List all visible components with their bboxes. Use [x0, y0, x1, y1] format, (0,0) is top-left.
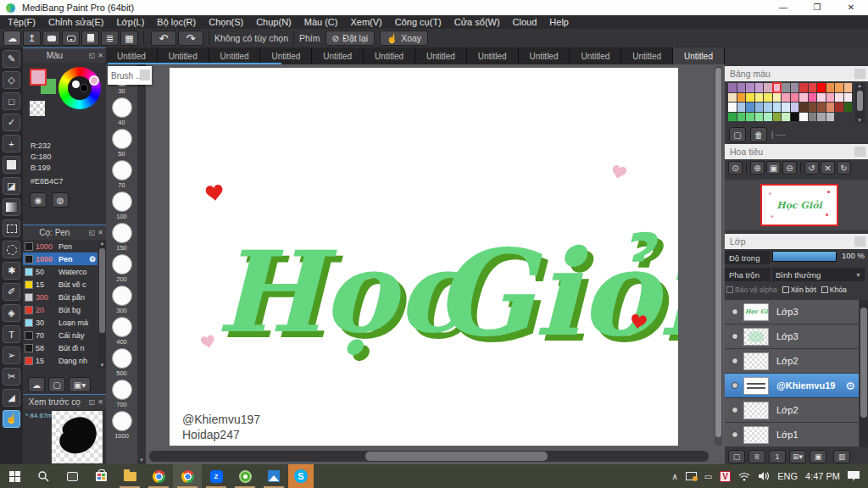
- new-layer-icon[interactable]: ▢: [728, 450, 745, 463]
- brush-size-option-300[interactable]: 300: [106, 284, 137, 315]
- speaker-icon[interactable]: [758, 471, 770, 481]
- new-palette-color-icon[interactable]: ▢: [729, 127, 746, 142]
- palette-icon[interactable]: ◉: [30, 192, 47, 208]
- layer-row-3[interactable]: @Khiemvu19⚙: [725, 374, 859, 397]
- brush-item-1[interactable]: 1000Pen⚙: [23, 252, 97, 265]
- brush-new-icon[interactable]: ▢: [48, 377, 65, 392]
- palette-color[interactable]: [764, 113, 772, 122]
- select-tool-icon[interactable]: [3, 219, 20, 237]
- palette-color[interactable]: [773, 103, 782, 112]
- transparent-swatch[interactable]: [30, 101, 45, 116]
- palette-color[interactable]: [773, 113, 782, 122]
- palette-color[interactable]: [737, 83, 746, 92]
- palette-color[interactable]: [835, 103, 843, 112]
- start-button[interactable]: [0, 464, 29, 488]
- rotate-right-icon[interactable]: ↻: [837, 161, 851, 175]
- brush-cloud-icon[interactable]: ☁: [28, 377, 45, 392]
- 8bit-layer-icon[interactable]: 8: [748, 450, 765, 463]
- select-pen-tool-icon[interactable]: ✐: [3, 283, 20, 301]
- palette-color[interactable]: [782, 103, 790, 112]
- zoom-reset-icon[interactable]: ⊙: [728, 161, 743, 175]
- menu-item-9[interactable]: Cửa sổ(W): [454, 17, 500, 27]
- palette-color[interactable]: [844, 113, 853, 122]
- brush-size-option-100[interactable]: 100: [106, 190, 137, 221]
- add-folder-icon[interactable]: ⊞▾: [789, 450, 806, 463]
- reset-view-icon[interactable]: ✕: [821, 161, 835, 175]
- popout-icon[interactable]: ◱: [89, 229, 96, 236]
- gear-icon[interactable]: ⚙: [89, 255, 96, 263]
- menu-item-2[interactable]: Lớp(L): [116, 17, 144, 27]
- reset-button[interactable]: ⊘ Đặt lại: [326, 30, 376, 46]
- brush-item-7[interactable]: 70Cái này: [23, 329, 97, 341]
- palette-color[interactable]: [835, 113, 843, 122]
- palette-color[interactable]: [791, 113, 799, 122]
- palette-color[interactable]: [826, 93, 835, 103]
- canvas[interactable]: Học Học Giỏi Giỏi: [170, 68, 678, 446]
- layer-option-1[interactable]: Xén bớt: [782, 286, 816, 294]
- layer-row-1[interactable]: Lớp3: [725, 324, 859, 348]
- magic-wand-tool-icon[interactable]: ✱: [3, 262, 20, 280]
- select-eraser-tool-icon[interactable]: ◈: [3, 304, 20, 322]
- palette-color[interactable]: [728, 93, 737, 103]
- tab-untitled-5[interactable]: Untitled: [364, 47, 415, 64]
- close-icon[interactable]: ✕: [97, 398, 103, 406]
- skype-icon[interactable]: S: [288, 464, 314, 488]
- brush-size-scrollbar[interactable]: ▲ ▼: [137, 64, 146, 464]
- fill-rect-tool-icon[interactable]: [3, 156, 20, 174]
- palette-color[interactable]: [773, 93, 782, 103]
- fit-window-icon[interactable]: ▣: [766, 161, 781, 175]
- opacity-slider[interactable]: [772, 251, 837, 262]
- tab-untitled-0[interactable]: Untitled: [106, 47, 158, 64]
- brush-size-option-1000[interactable]: 1000: [106, 409, 137, 441]
- palette-color[interactable]: [817, 93, 826, 103]
- palette-color[interactable]: [791, 83, 799, 92]
- palette-color[interactable]: [799, 113, 808, 122]
- layer-visibility-icon[interactable]: [732, 431, 738, 438]
- duplicate-layer-icon[interactable]: ▥: [833, 450, 850, 463]
- palette-color[interactable]: [809, 93, 817, 103]
- panel-menu-icon[interactable]: [854, 236, 865, 247]
- popout-icon[interactable]: ◱: [89, 398, 96, 406]
- vertical-scrollbar[interactable]: [715, 66, 722, 446]
- palette-color[interactable]: [817, 103, 826, 112]
- close-icon[interactable]: ✕: [97, 229, 103, 236]
- lasso-tool-icon[interactable]: [3, 241, 20, 258]
- comment-list-icon[interactable]: [62, 30, 80, 46]
- tab-untitled-6[interactable]: Untitled: [415, 47, 467, 64]
- hand-tool-icon[interactable]: ☝: [3, 410, 20, 428]
- chrome-active-icon[interactable]: [173, 464, 202, 488]
- search-icon[interactable]: [29, 464, 58, 488]
- palette-color[interactable]: [844, 83, 853, 92]
- menu-item-0[interactable]: Tệp(F): [8, 17, 36, 27]
- palette-color[interactable]: [755, 83, 764, 92]
- menu-item-10[interactable]: Cloud: [513, 17, 537, 27]
- brush-item-5[interactable]: 20Bút bg: [23, 303, 97, 316]
- layer-visibility-icon[interactable]: [732, 382, 738, 389]
- palette-color[interactable]: [746, 113, 754, 122]
- menu-item-5[interactable]: Chụp(N): [256, 17, 292, 27]
- palette-color[interactable]: [755, 103, 764, 112]
- bucket-tool-icon[interactable]: ◪: [3, 177, 20, 195]
- notification-icon[interactable]: [848, 471, 860, 481]
- palette-color[interactable]: [755, 113, 764, 122]
- menu-item-4[interactable]: Chọn(S): [209, 17, 243, 27]
- 1bit-layer-icon[interactable]: 1: [769, 450, 786, 463]
- layer-visibility-icon[interactable]: [732, 358, 738, 364]
- brush-size-option-700[interactable]: 700: [106, 378, 137, 409]
- palette-color[interactable]: [764, 83, 772, 92]
- panel-menu-icon[interactable]: [854, 147, 865, 157]
- close-icon[interactable]: ✕: [97, 52, 103, 59]
- palette-color[interactable]: [728, 83, 737, 92]
- rotate-left-icon[interactable]: ↺: [804, 161, 819, 175]
- horizontal-scrollbar[interactable]: [149, 451, 709, 462]
- brush-size-option-200[interactable]: 200: [106, 252, 137, 284]
- eraser-tool-icon[interactable]: ◇: [3, 71, 20, 89]
- brush-tool-icon[interactable]: ✎: [3, 50, 20, 68]
- palette-color[interactable]: [799, 103, 808, 112]
- palette-color[interactable]: [826, 83, 835, 92]
- palette-color[interactable]: [844, 93, 853, 103]
- file-explorer-icon[interactable]: [115, 464, 144, 488]
- tab-untitled-9[interactable]: Untitled: [570, 47, 621, 64]
- brush-size-option-70[interactable]: 70: [106, 158, 137, 190]
- layer-visibility-icon[interactable]: [732, 333, 738, 340]
